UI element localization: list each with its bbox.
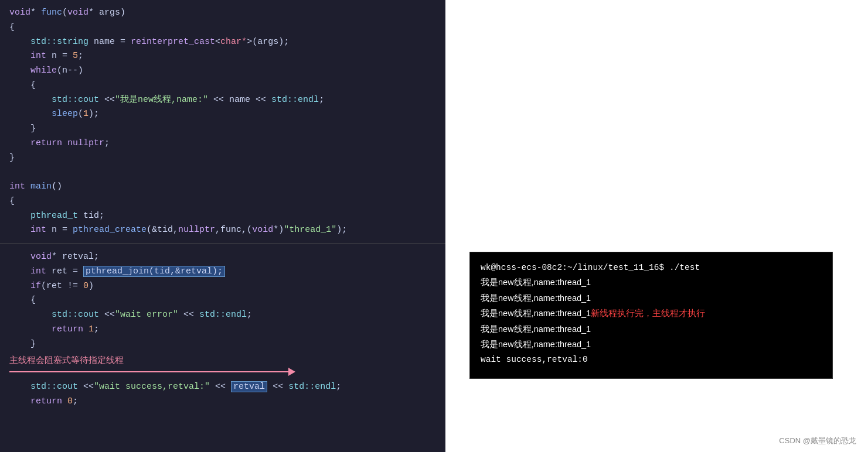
code-line: if(ret != 0) — [9, 279, 436, 294]
terminal-line-4: 我是new线程,name:thread_1新线程执行完，主线程才执行 — [481, 306, 822, 321]
code-panel: void* func(void* args) { std::string nam… — [0, 0, 445, 452]
code-line: } — [9, 122, 436, 136]
code-line: std::cout <<"我是new线程,name:" << name << s… — [9, 93, 436, 108]
code-line: int n = pthread_create(&tid,nullptr,func… — [9, 223, 436, 238]
annotation-row: 主线程会阻塞式等待指定线程 — [9, 355, 436, 366]
code-line-empty — [9, 165, 436, 180]
code-line: } — [9, 337, 436, 352]
terminal-panel: wk@hcss-ecs-08c2:~/linux/test_11_16$ ./t… — [469, 252, 833, 379]
code-line: { — [9, 20, 436, 35]
code-line: return 0; — [9, 395, 436, 409]
code-top-section: void* func(void* args) { std::string nam… — [0, 0, 445, 242]
terminal-line-7: wait success,retval:0 — [481, 352, 822, 367]
terminal-line-3: 我是new线程,name:thread_1 — [481, 291, 822, 306]
terminal-line-2: 我是new线程,name:thread_1 — [481, 275, 822, 290]
code-line: int ret = pthread_join(tid,&retval); — [9, 265, 436, 279]
code-line: int main() — [9, 180, 436, 194]
code-section-divider — [0, 244, 445, 244]
code-line: pthread_t tid; — [9, 209, 436, 224]
code-line: std::cout <<"wait success,retval:" << re… — [9, 380, 436, 395]
annotation-label: 主线程会阻塞式等待指定线程 — [9, 355, 124, 366]
code-line: { — [9, 293, 436, 308]
arrow-row — [9, 366, 436, 378]
code-line: std::cout <<"wait error" << std::endl; — [9, 308, 436, 323]
arrow-line — [9, 371, 291, 372]
arrow-head — [288, 368, 295, 376]
code-line: void* func(void* args) — [9, 6, 436, 20]
code-line: return nullptr; — [9, 136, 436, 151]
code-line: std::string name = reinterpret_cast<char… — [9, 35, 436, 50]
terminal-line-5: 我是new线程,name:thread_1 — [481, 322, 822, 337]
code-line: while(n--) — [9, 64, 436, 78]
code-line: } — [9, 151, 436, 166]
terminal-line-1: wk@hcss-ecs-08c2:~/linux/test_11_16$ ./t… — [481, 261, 822, 275]
code-line: return 1; — [9, 323, 436, 337]
csdn-watermark: CSDN @戴墨镜的恐龙 — [779, 436, 856, 446]
code-line: void* retval; — [9, 250, 436, 265]
highlight-retval: retval — [231, 381, 267, 392]
code-line: sleep(1); — [9, 107, 436, 122]
code-line: { — [9, 194, 436, 209]
code-line: int n = 5; — [9, 49, 436, 64]
terminal-line-6: 我是new线程,name:thread_1 — [481, 337, 822, 352]
highlight-pthread-join: pthread_join(tid,&retval); — [83, 266, 225, 277]
code-line: { — [9, 78, 436, 93]
code-bottom-section: void* retval; int ret = pthread_join(tid… — [0, 245, 445, 415]
